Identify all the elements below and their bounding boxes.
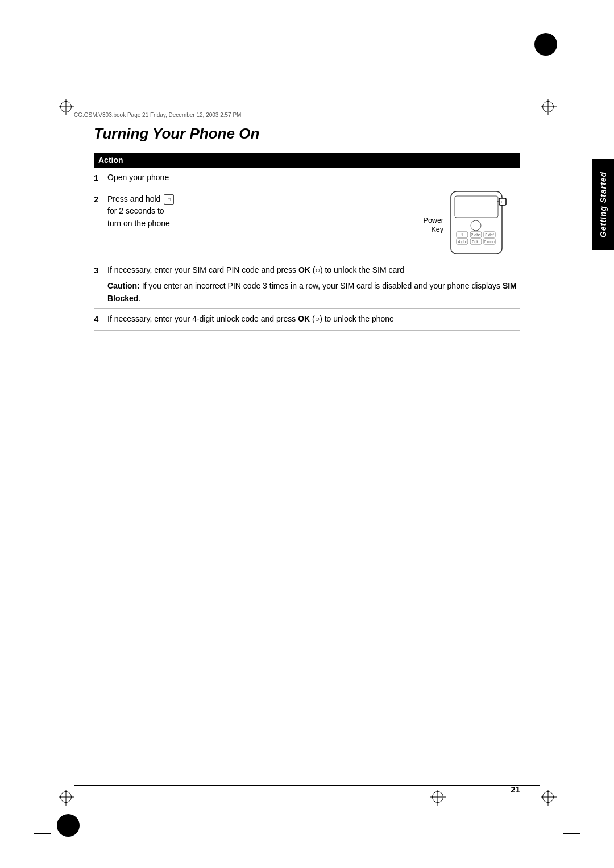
svg-text:6 mno: 6 mno bbox=[484, 240, 495, 244]
svg-point-2 bbox=[471, 220, 481, 231]
reg-mark-bottom-center bbox=[432, 791, 443, 803]
svg-text:5 jkl: 5 jkl bbox=[472, 240, 480, 244]
step-1-label: Open your phone bbox=[107, 173, 169, 182]
power-label-line1: Power bbox=[424, 216, 443, 224]
crop-mark-bl bbox=[34, 817, 51, 834]
power-button-icon: □ bbox=[164, 194, 174, 205]
page-title: Turning Your Phone On bbox=[94, 125, 520, 143]
step-1-number: 1 bbox=[94, 172, 107, 185]
header-rule bbox=[74, 108, 540, 108]
step-2-line3: turn on the phone bbox=[107, 219, 170, 228]
crop-mark-br bbox=[563, 817, 580, 834]
black-circle-bottom-left bbox=[57, 814, 80, 837]
side-tab-label: Getting Started bbox=[599, 172, 608, 237]
svg-rect-0 bbox=[451, 191, 502, 254]
phone-diagram-block: Power Key 1 bbox=[424, 190, 520, 256]
svg-text:1: 1 bbox=[461, 233, 463, 237]
crop-mark-tr bbox=[563, 34, 580, 51]
action-table-header: Action bbox=[94, 153, 520, 168]
step-3-caution-text: Caution: If you enter an incorrect PIN c… bbox=[107, 280, 520, 304]
step-1-text: Open your phone bbox=[107, 172, 520, 184]
step-3-caution: Caution: If you enter an incorrect PIN c… bbox=[94, 277, 520, 304]
svg-rect-1 bbox=[455, 196, 498, 218]
step-3-text: If necessary, enter your SIM card PIN co… bbox=[107, 264, 404, 277]
step-2-line2: for 2 seconds to bbox=[107, 206, 164, 215]
svg-text:3 def: 3 def bbox=[485, 233, 494, 237]
step-3-caution-spacer bbox=[94, 280, 107, 304]
step-2-row: 2 Press and hold □ for 2 seconds to turn… bbox=[94, 189, 520, 260]
page-header-text: CG.GSM.V303.book Page 21 Friday, Decembe… bbox=[74, 112, 241, 118]
reg-mark-bottom-right bbox=[542, 791, 554, 803]
bottom-rule bbox=[74, 785, 540, 786]
crop-mark-tl bbox=[34, 34, 51, 51]
page-number: 21 bbox=[511, 784, 520, 794]
side-tab: Getting Started bbox=[592, 159, 614, 250]
black-circle-top-right bbox=[534, 33, 557, 56]
step-3-number: 3 bbox=[94, 264, 107, 277]
svg-text:2 abc: 2 abc bbox=[471, 233, 481, 237]
svg-text:4 ghi: 4 ghi bbox=[458, 240, 467, 244]
step-2-text: Press and hold □ for 2 seconds to turn o… bbox=[107, 193, 418, 230]
sim-blocked-label: SIM Blocked bbox=[107, 281, 517, 303]
main-content: Turning Your Phone On Action 1 Open your… bbox=[94, 125, 520, 331]
reg-mark-bottom-left bbox=[60, 791, 72, 803]
step-3-main: 3 If necessary, enter your SIM card PIN … bbox=[94, 264, 404, 277]
power-key-label: Power Key bbox=[424, 211, 443, 235]
step-3-row: 3 If necessary, enter your SIM card PIN … bbox=[94, 260, 520, 310]
power-label-line2: Key bbox=[431, 226, 443, 233]
reg-mark-top-left bbox=[60, 101, 72, 112]
step-2-number: 2 bbox=[94, 193, 107, 256]
page: CG.GSM.V303.book Page 21 Friday, Decembe… bbox=[0, 0, 614, 868]
phone-keypad-svg: 1 2 abc 3 def 4 ghi 5 jkl 6 mno bbox=[446, 190, 520, 256]
step-4-number: 4 bbox=[94, 313, 107, 326]
step-4-text: If necessary, enter your 4-digit unlock … bbox=[107, 313, 520, 326]
step-1-row: 1 Open your phone bbox=[94, 168, 520, 189]
caution-label: Caution: bbox=[107, 281, 140, 290]
step-4-row: 4 If necessary, enter your 4-digit unloc… bbox=[94, 309, 520, 331]
step-2-content: Press and hold □ for 2 seconds to turn o… bbox=[107, 193, 520, 256]
reg-mark-top-right bbox=[542, 101, 554, 112]
